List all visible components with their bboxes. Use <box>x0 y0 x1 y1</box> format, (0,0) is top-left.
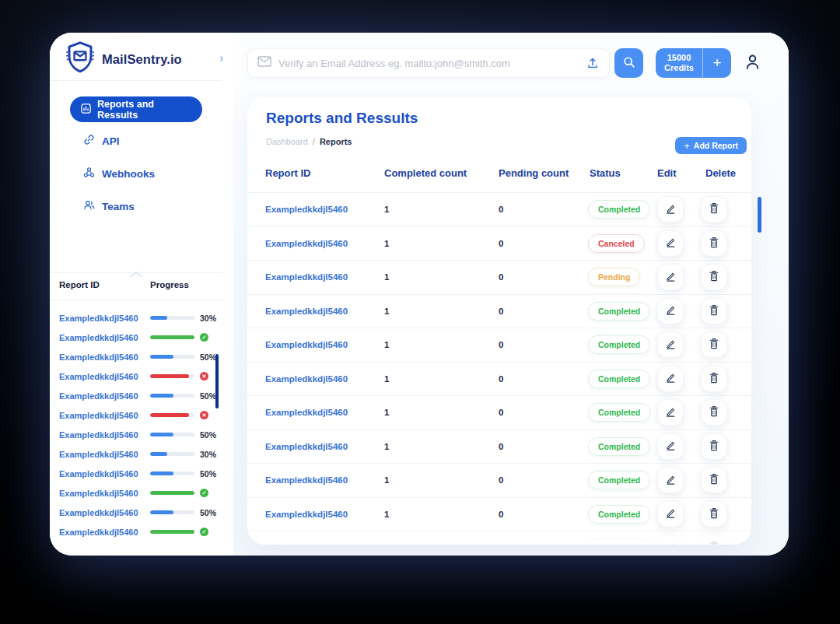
pending-count: 0 <box>499 307 590 316</box>
edit-pencil-icon <box>665 507 676 521</box>
table-row[interactable]: Exampledkkdjl5460 1 0 Completed <box>247 531 751 545</box>
report-id-link[interactable]: Exampledkkdjl5460 <box>265 272 384 282</box>
table-row[interactable]: Exampledkkdjl5460 1 0 Completed <box>247 363 751 397</box>
delete-button[interactable] <box>701 501 727 528</box>
report-id-link[interactable]: Exampledkkdjl5460 <box>265 475 384 485</box>
teams-icon <box>83 199 95 213</box>
sidebar-progress-row[interactable]: Exampledkkdjl5460 ✓ <box>50 522 222 542</box>
plus-icon[interactable]: + <box>703 48 731 78</box>
reports-card: Reports and Ressults Dashboard / Reports… <box>247 97 751 545</box>
delete-button[interactable] <box>701 331 727 358</box>
edit-button[interactable] <box>657 467 684 493</box>
trash-icon <box>709 473 719 487</box>
edit-button[interactable] <box>657 433 684 460</box>
report-id-link[interactable]: Exampledkkdjl5460 <box>265 307 384 316</box>
status-badge: Completed <box>588 471 650 489</box>
report-id-link[interactable]: Exampledkkdjl5460 <box>59 508 150 517</box>
table-row[interactable]: Exampledkkdjl5460 1 0 Pending <box>247 261 751 295</box>
edit-button[interactable] <box>657 196 684 223</box>
sidebar-progress-row[interactable]: Exampledkkdjl5460 50% <box>50 425 222 444</box>
main-scrollbar[interactable] <box>758 197 761 233</box>
pending-count: 0 <box>499 374 590 384</box>
edit-pencil-icon <box>665 406 676 419</box>
sidebar-progress-row[interactable]: Exampledkkdjl5460 ✕ <box>50 366 222 386</box>
sidebar-progress-row[interactable]: Exampledkkdjl5460 ✕ <box>50 405 222 425</box>
table-row[interactable]: Exampledkkdjl5460 1 0 Canceled <box>247 227 751 261</box>
report-id-link[interactable]: Exampledkkdjl5460 <box>59 489 150 498</box>
report-id-link[interactable]: Exampledkkdjl5460 <box>59 469 150 479</box>
search-input[interactable] <box>278 58 579 69</box>
table-row[interactable]: Exampledkkdjl5460 1 0 Completed <box>247 498 751 532</box>
progress-bar <box>150 394 194 398</box>
report-id-link[interactable]: Exampledkkdjl5460 <box>265 239 384 248</box>
column-completed-count: Completed count <box>384 167 499 179</box>
report-id-link[interactable]: Exampledkkdjl5460 <box>59 411 150 420</box>
sidebar-progress-row[interactable]: Exampledkkdjl5460 30% <box>50 308 222 328</box>
sidebar-progress-row[interactable]: Exampledkkdjl5460 50% <box>50 386 222 405</box>
user-icon[interactable] <box>743 52 762 75</box>
search-button[interactable] <box>614 48 643 78</box>
delete-button[interactable] <box>701 264 727 290</box>
pending-count: 0 <box>499 543 590 545</box>
report-id-link[interactable]: Exampledkkdjl5460 <box>265 205 384 214</box>
edit-button[interactable] <box>657 298 684 324</box>
report-id-link[interactable]: Exampledkkdjl5460 <box>59 450 150 459</box>
table-row[interactable]: Exampledkkdjl5460 1 0 Completed <box>247 193 751 227</box>
sidebar-progress-row[interactable]: Exampledkkdjl5460 30% <box>50 444 222 464</box>
search-field[interactable] <box>247 48 610 78</box>
table-row[interactable]: Exampledkkdjl5460 1 0 Completed <box>247 328 751 363</box>
report-id-link[interactable]: Exampledkkdjl5460 <box>59 430 150 440</box>
add-report-button[interactable]: + Add Report <box>675 137 747 154</box>
pending-count: 0 <box>499 205 590 214</box>
app-window: MailSentry.io › Reports and Ressults A <box>50 33 789 556</box>
sidebar-progress-row[interactable]: Exampledkkdjl5460 50% <box>50 464 222 483</box>
report-id-link[interactable]: Exampledkkdjl5460 <box>59 314 150 323</box>
delete-button[interactable] <box>701 467 727 493</box>
sidebar-item-teams[interactable]: Teams <box>83 199 135 213</box>
sidebar-progress-row[interactable]: Exampledkkdjl5460 ✓ <box>50 483 222 503</box>
progress-value: 50% <box>200 430 216 440</box>
delete-button[interactable] <box>701 399 727 426</box>
report-id-link[interactable]: Exampledkkdjl5460 <box>265 442 384 451</box>
report-id-link[interactable]: Exampledkkdjl5460 <box>265 374 384 384</box>
table-row[interactable]: Exampledkkdjl5460 1 0 Completed <box>247 295 751 329</box>
edit-button[interactable] <box>657 230 684 257</box>
report-id-link[interactable]: Exampledkkdjl5460 <box>265 340 384 349</box>
delete-button[interactable] <box>701 230 727 257</box>
edit-button[interactable] <box>657 501 684 528</box>
edit-button[interactable] <box>657 331 684 358</box>
report-id-link[interactable]: Exampledkkdjl5460 <box>59 372 150 381</box>
delete-button[interactable] <box>701 298 727 324</box>
report-id-link[interactable]: Exampledkkdjl5460 <box>59 391 150 401</box>
progress-bar <box>150 452 194 456</box>
delete-button[interactable] <box>701 433 727 460</box>
sidebar-item-api[interactable]: API <box>83 134 120 148</box>
table-row[interactable]: Exampledkkdjl5460 1 0 Completed <box>247 430 751 464</box>
sidebar-scrollbar[interactable] <box>215 354 219 408</box>
edit-button[interactable] <box>657 264 684 290</box>
chevron-right-icon[interactable]: › <box>219 51 223 65</box>
sidebar-progress-row[interactable]: Exampledkkdjl5460 ✓ <box>50 328 222 347</box>
table-row[interactable]: Exampledkkdjl5460 1 0 Completed <box>247 396 751 430</box>
table-row[interactable]: Exampledkkdjl5460 1 0 Completed <box>247 464 751 498</box>
sidebar-item-webhooks[interactable]: Webhooks <box>83 167 155 181</box>
completed-count: 1 <box>384 442 499 451</box>
edit-button[interactable] <box>657 366 684 392</box>
delete-button[interactable] <box>701 535 727 545</box>
report-id-link[interactable]: Exampledkkdjl5460 <box>265 408 384 417</box>
report-id-link[interactable]: Exampledkkdjl5460 <box>265 543 384 545</box>
report-id-link[interactable]: Exampledkkdjl5460 <box>59 352 150 362</box>
delete-button[interactable] <box>701 196 727 223</box>
report-id-link[interactable]: Exampledkkdjl5460 <box>59 333 150 342</box>
upload-icon[interactable] <box>586 56 600 70</box>
report-id-link[interactable]: Exampledkkdjl5460 <box>59 528 150 537</box>
edit-button[interactable] <box>657 399 684 426</box>
report-id-link[interactable]: Exampledkkdjl5460 <box>265 510 384 519</box>
breadcrumb-dashboard[interactable]: Dashboard <box>266 137 308 146</box>
credits-button[interactable]: 15000 Credits + <box>656 48 731 78</box>
edit-button[interactable] <box>657 535 684 545</box>
sidebar-progress-row[interactable]: Exampledkkdjl5460 50% <box>50 503 222 522</box>
delete-button[interactable] <box>701 366 727 392</box>
sidebar-progress-row[interactable]: Exampledkkdjl5460 50% <box>50 347 222 366</box>
sidebar-item-reports[interactable]: Reports and Ressults <box>70 96 202 122</box>
